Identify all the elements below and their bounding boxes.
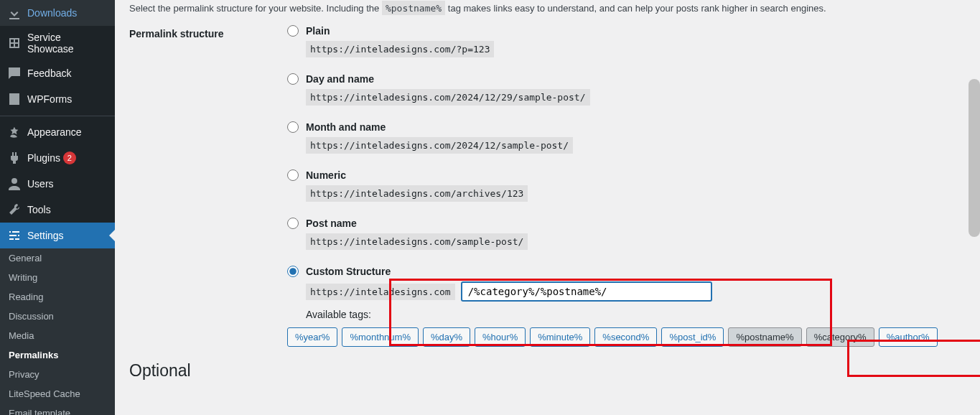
radio-input[interactable] (287, 73, 299, 85)
sidebar-item-downloads[interactable]: Downloads (0, 0, 115, 26)
option-numeric: Numeric https://inteladesigns.com/archiv… (287, 169, 966, 202)
download-icon (7, 6, 22, 20)
submenu-item-writing[interactable]: Writing (0, 268, 115, 287)
plugins-icon (7, 151, 22, 165)
admin-sidebar: Downloads Service Showcase Feedback WPFo… (0, 0, 115, 415)
main-content: Select the permalink structure for your … (115, 0, 980, 415)
submenu-item-discussion[interactable]: Discussion (0, 307, 115, 326)
forms-icon (7, 92, 22, 106)
custom-structure-input[interactable] (461, 281, 712, 302)
radio-month-and-name[interactable]: Month and name (287, 121, 966, 133)
sidebar-item-label: Feedback (27, 67, 71, 79)
sidebar-item-label: Downloads (27, 7, 77, 19)
radio-input[interactable] (287, 121, 299, 133)
submenu-item-media[interactable]: Media (0, 326, 115, 345)
optional-heading: Optional (129, 361, 966, 381)
tag-category[interactable]: %category% (806, 327, 874, 347)
sidebar-item-wpforms[interactable]: WPForms (0, 86, 115, 112)
sidebar-item-service-showcase[interactable]: Service Showcase (0, 26, 115, 60)
settings-icon (7, 228, 22, 243)
submenu-item-litespeed-cache[interactable]: LiteSpeed Cache (0, 384, 115, 404)
option-day-and-name: Day and name https://inteladesigns.com/2… (287, 73, 966, 106)
option-example: https://inteladesigns.com/sample-post/ (306, 233, 528, 250)
radio-numeric[interactable]: Numeric (287, 169, 966, 181)
tag-second[interactable]: %second% (594, 327, 657, 347)
intro-description: Select the permalink structure for your … (129, 3, 966, 14)
available-tags-label: Available tags: (306, 309, 966, 320)
tag-monthnum[interactable]: %monthnum% (342, 327, 419, 347)
intro-text-before: Select the permalink structure for your … (129, 3, 382, 14)
sidebar-item-label: WPForms (27, 93, 72, 105)
option-plain: Plain https://inteladesigns.com/?p=123 (287, 25, 966, 57)
option-example: https://inteladesigns.com/2024/12/29/sam… (306, 89, 590, 106)
radio-plain[interactable]: Plain (287, 25, 966, 37)
tag-hour[interactable]: %hour% (475, 327, 526, 347)
radio-input[interactable] (287, 169, 299, 181)
appearance-icon (7, 125, 22, 139)
sidebar-item-feedback[interactable]: Feedback (0, 60, 115, 86)
settings-submenu: GeneralWritingReadingDiscussionMediaPerm… (0, 248, 115, 415)
radio-input[interactable] (287, 25, 299, 37)
update-badge: 2 (63, 151, 76, 164)
radio-day-and-name[interactable]: Day and name (287, 73, 966, 85)
submenu-item-reading[interactable]: Reading (0, 287, 115, 307)
users-icon (7, 177, 22, 191)
option-month-and-name: Month and name https://inteladesigns.com… (287, 121, 966, 154)
permalink-tags: %year%%monthnum%%day%%hour%%minute%%seco… (287, 327, 966, 347)
sidebar-item-appearance[interactable]: Appearance (0, 119, 115, 145)
tag-day[interactable]: %day% (423, 327, 470, 347)
submenu-item-general[interactable]: General (0, 248, 115, 268)
radio-post-name[interactable]: Post name (287, 218, 966, 229)
option-example: https://inteladesigns.com/?p=123 (306, 41, 494, 57)
permalink-structure-label: Permalink structure (129, 25, 287, 39)
tag-post_id[interactable]: %post_id% (661, 327, 724, 347)
showcase-icon (7, 36, 22, 50)
radio-label: Post name (306, 218, 357, 229)
radio-custom-input[interactable] (287, 266, 299, 277)
radio-custom-structure[interactable]: Custom Structure (287, 266, 966, 277)
submenu-item-email-template[interactable]: Email template (0, 404, 115, 415)
sidebar-item-label: Tools (27, 204, 51, 215)
sidebar-item-settings[interactable]: Settings (0, 223, 115, 248)
sidebar-item-label: Appearance (27, 126, 82, 138)
permalink-options: Plain https://inteladesigns.com/?p=123 D… (287, 25, 966, 347)
sidebar-item-label: Service Showcase (27, 32, 109, 55)
tag-postname[interactable]: %postname% (728, 327, 801, 347)
option-example: https://inteladesigns.com/2024/12/sample… (306, 137, 573, 154)
radio-label: Plain (306, 25, 330, 37)
radio-label: Numeric (306, 169, 346, 181)
sidebar-item-users[interactable]: Users (0, 171, 115, 197)
feedback-icon (7, 66, 22, 80)
sidebar-item-label: Plugins (27, 152, 60, 164)
sidebar-item-label: Settings (27, 230, 64, 241)
submenu-item-permalinks[interactable]: Permalinks (0, 345, 115, 365)
radio-custom-label: Custom Structure (306, 266, 391, 277)
custom-base-url: https://inteladesigns.com (306, 284, 455, 300)
option-custom: Custom Structure https://inteladesigns.c… (287, 266, 966, 320)
submenu-item-privacy[interactable]: Privacy (0, 365, 115, 384)
intro-code: %postname% (382, 1, 445, 15)
tag-year[interactable]: %year% (287, 327, 337, 347)
tools-icon (7, 202, 22, 217)
radio-input[interactable] (287, 218, 299, 229)
tag-author[interactable]: %author% (879, 327, 938, 347)
radio-label: Day and name (306, 73, 374, 85)
option-example: https://inteladesigns.com/archives/123 (306, 185, 528, 202)
sidebar-item-tools[interactable]: Tools (0, 197, 115, 223)
sidebar-item-plugins[interactable]: Plugins 2 (0, 145, 115, 171)
option-post-name: Post name https://inteladesigns.com/samp… (287, 218, 966, 250)
sidebar-item-label: Users (27, 178, 54, 190)
tag-minute[interactable]: %minute% (530, 327, 590, 347)
radio-label: Month and name (306, 121, 386, 133)
scrollbar-thumb[interactable] (969, 79, 980, 237)
intro-text-after: tag makes links easy to understand, and … (445, 3, 826, 14)
